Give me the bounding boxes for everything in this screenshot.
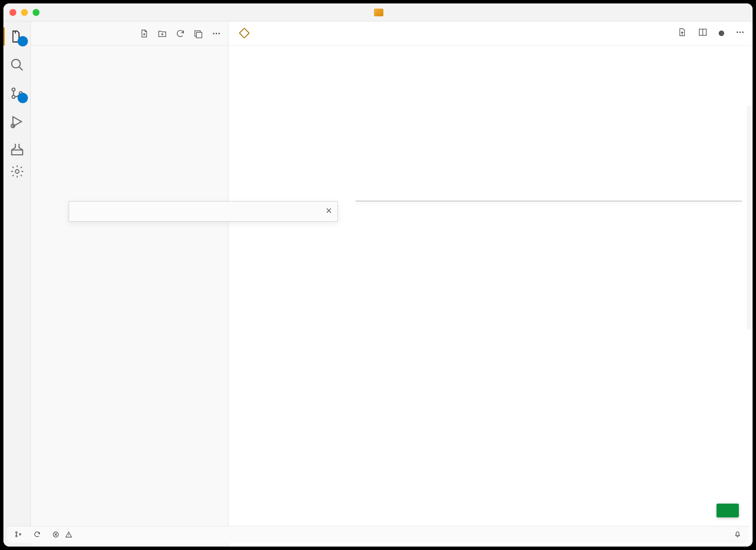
search-icon[interactable] (10, 58, 24, 72)
editor (228, 21, 753, 547)
explorer-icon[interactable] (10, 29, 24, 44)
debug-icon[interactable] (10, 114, 24, 129)
svg-point-10 (219, 33, 220, 34)
explorer-badge (18, 36, 28, 46)
more-icon[interactable] (212, 29, 221, 38)
svg-point-14 (742, 31, 744, 33)
new-file-icon[interactable] (140, 29, 149, 38)
svg-point-8 (213, 33, 215, 34)
split-editor-icon[interactable] (698, 28, 707, 39)
bell-icon[interactable] (734, 530, 741, 540)
define-keybinding-button[interactable] (717, 504, 739, 517)
hover-tooltip: ✕ (69, 201, 338, 222)
svg-point-17 (19, 534, 21, 535)
whitespace-guides (247, 46, 295, 547)
problems-status[interactable] (52, 529, 73, 540)
hover-close-icon[interactable]: ✕ (325, 206, 332, 216)
svg-point-2 (12, 95, 15, 98)
svg-point-12 (737, 31, 738, 33)
workspace-icon (374, 9, 383, 16)
modified-dot (719, 31, 724, 36)
line-gutter (228, 46, 247, 547)
window-min[interactable] (21, 9, 28, 16)
scm-icon[interactable] (10, 86, 24, 101)
svg-point-15 (15, 532, 17, 533)
svg-rect-7 (196, 32, 202, 38)
suggest-widget[interactable] (355, 201, 742, 202)
svg-point-1 (12, 88, 15, 91)
breadcrumb[interactable] (240, 28, 249, 38)
open-aside-icon[interactable] (677, 28, 687, 39)
branch-status[interactable] (15, 529, 23, 540)
window-max[interactable] (33, 9, 39, 16)
activity-bar (3, 21, 31, 547)
sidebar (31, 21, 228, 547)
tab-more-icon[interactable] (735, 28, 745, 39)
new-folder-icon[interactable] (158, 29, 167, 38)
statusbar (7, 526, 749, 543)
svg-point-5 (15, 170, 19, 174)
window-close[interactable] (9, 9, 16, 16)
svg-point-13 (739, 31, 741, 33)
sync-status[interactable] (33, 529, 42, 540)
scm-badge (18, 93, 28, 103)
symbol-icon (239, 28, 249, 38)
minimap[interactable] (747, 106, 753, 329)
settings-icon[interactable] (10, 164, 24, 179)
code-area[interactable] (228, 46, 753, 547)
titlebar (3, 3, 753, 21)
extensions-icon[interactable] (10, 143, 24, 157)
file-tree[interactable] (31, 46, 228, 547)
svg-point-0 (12, 59, 20, 68)
svg-point-16 (15, 535, 17, 537)
refresh-icon[interactable] (176, 29, 185, 38)
collapse-icon[interactable] (194, 29, 203, 38)
svg-point-9 (216, 33, 217, 34)
